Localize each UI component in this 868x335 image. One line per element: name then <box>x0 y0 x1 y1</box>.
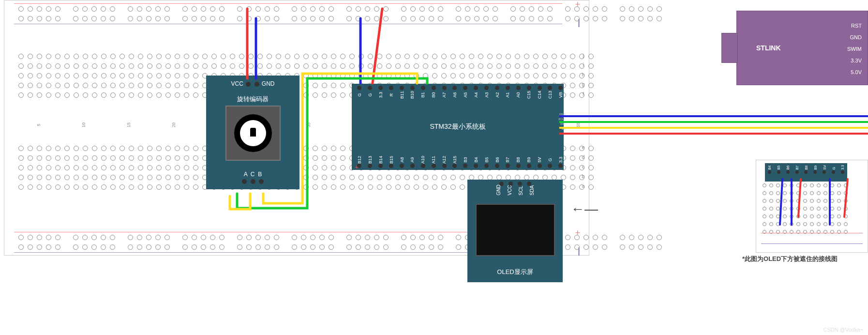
encoder-pin-b-label: B <box>258 171 262 178</box>
oled-pin-labels: GNDVCCSCLSDA <box>467 189 563 195</box>
oled-module: GNDVCCSCLSDA OLED显示屏 <box>467 180 563 282</box>
rail-holes <box>4 16 601 21</box>
watermark: CSDN @Vodka~ <box>823 327 863 333</box>
stlink-module: STLINK RSTGNDSWIM3.3V5.0V <box>736 11 868 85</box>
stm32-top-pins: GG3.3RB11B10B1B0A7A6A5A4A3A2A1A0C15C14C1… <box>352 92 569 97</box>
encoder-pin-a <box>242 179 247 184</box>
detail-chip: B4B5B6B7B8B9SVG3.3 <box>765 163 847 182</box>
encoder-gnd-pin <box>254 82 259 87</box>
detail-breadboard: B4B5B6B7B8B9SVG3.3 <box>756 160 868 253</box>
power-rail-top: + | <box>4 1 589 26</box>
detail-note: *此图为OLED下方被遮住的接线图 <box>742 255 868 263</box>
arrow-icon: ←— <box>571 201 598 217</box>
encoder-module: VCC GND 旋转编码器 A C B <box>206 76 299 189</box>
stlink-usb-tab <box>721 33 738 63</box>
encoder-gnd-label: GND <box>262 80 275 87</box>
stm32-top-dots <box>352 86 569 90</box>
encoder-vcc-pin <box>246 82 251 87</box>
encoder-body <box>225 106 281 161</box>
stm32-bottom-pins: B12B13B14B15A8A9A10A11A12A15B3B4B5B6B7B8… <box>352 157 569 162</box>
encoder-pin-c <box>251 179 255 184</box>
encoder-pin-b <box>259 179 264 184</box>
stm32-bottom-dots <box>352 164 569 168</box>
stm32-board: GG3.3RB11B10B1B0A7A6A5A4A3A2A1A0C15C14C1… <box>352 84 564 170</box>
encoder-title: 旋转编码器 <box>206 95 299 104</box>
encoder-pin-a-label: A <box>244 171 247 178</box>
oled-title: OLED显示屏 <box>467 268 563 276</box>
encoder-vcc-label: VCC <box>231 80 243 87</box>
rail-holes <box>4 6 601 12</box>
oled-screen <box>476 204 555 256</box>
encoder-pin-c-label: C <box>251 171 255 178</box>
stlink-title: STLINK <box>756 44 781 52</box>
stm32-title: STM32最小系统板 <box>430 122 485 131</box>
stlink-pin-labels: RSTGNDSWIM3.3V5.0V <box>847 20 862 78</box>
oled-pin-dots <box>467 182 563 186</box>
stm32-side-labels: GND 2CLK DIO 3.3 <box>558 112 566 131</box>
detail-chip-pins: B4B5B6B7B8B9SVG3.3 <box>765 163 847 168</box>
breadboard-main: + | + | 5101520253035404550556065 VCC GN… <box>4 0 589 256</box>
pin1-marker-icon: + <box>355 163 359 171</box>
